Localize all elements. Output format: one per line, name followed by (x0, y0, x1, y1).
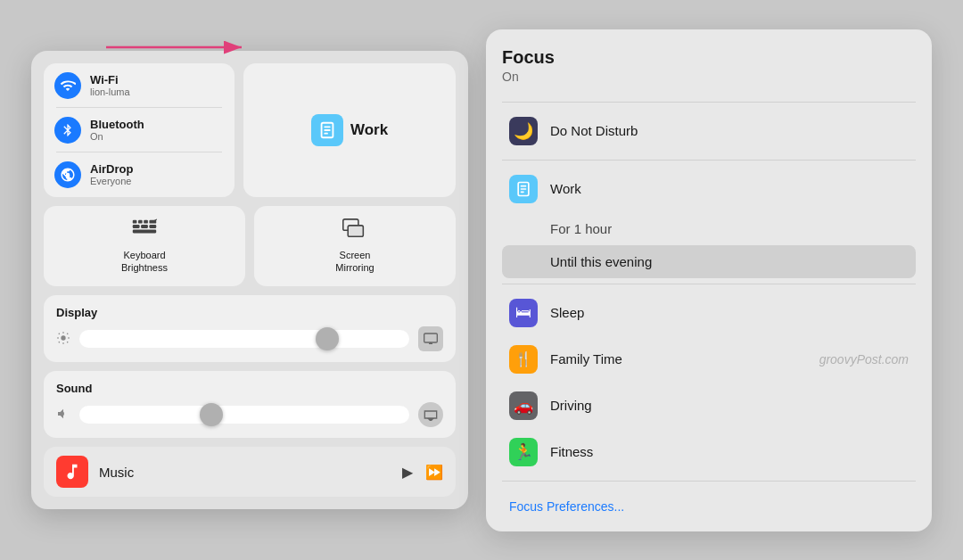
svg-rect-5 (324, 129, 330, 131)
driving-icon: 🚗 (509, 391, 538, 420)
focus-preferences-link[interactable]: Focus Preferences... (502, 492, 916, 514)
screen-mirroring-button[interactable]: Screen Mirroring (254, 206, 456, 287)
wifi-text: Wi-Fi lion-luma (90, 73, 130, 97)
sleep-item[interactable]: 🛏 Sleep (502, 290, 916, 336)
work-focus-label: Work (350, 121, 388, 139)
work-focus-icon (311, 114, 343, 146)
driving-item[interactable]: 🚗 Driving (502, 383, 916, 429)
focus-divider-4 (502, 481, 916, 482)
driving-name: Driving (550, 398, 909, 413)
keyboard-brightness-label: Keyboard Brightness (121, 249, 168, 275)
bluetooth-icon (54, 117, 81, 144)
airdrop-name: AirDrop (90, 162, 133, 176)
work-focus-button[interactable]: Work (243, 63, 456, 197)
focus-divider-1 (502, 102, 916, 103)
family-time-item[interactable]: 🍴 Family Time groovyPost.com (502, 336, 916, 383)
do-not-disturb-name: Do Not Disturb (550, 123, 909, 138)
wifi-icon (54, 72, 81, 99)
airdrop-text: AirDrop Everyone (90, 162, 133, 186)
svg-rect-6 (324, 132, 328, 134)
until-evening-item[interactable]: Until this evening (502, 245, 916, 278)
monitor-icon (418, 326, 443, 351)
fitness-item[interactable]: 🏃 Fitness (502, 429, 916, 475)
sound-section: Sound (44, 371, 456, 438)
annotation-arrow (97, 29, 258, 65)
play-button[interactable]: ▶ (402, 464, 413, 481)
airplay-icon[interactable] (418, 402, 443, 427)
music-app-icon (56, 456, 88, 488)
for-1-hour-item[interactable]: For 1 hour (502, 212, 916, 245)
fast-forward-button[interactable]: ⏩ (425, 464, 443, 481)
airdrop-item[interactable]: AirDrop Everyone (44, 152, 235, 197)
display-slider-row (56, 326, 443, 351)
keyboard-brightness-icon (132, 218, 157, 243)
svg-rect-20 (424, 334, 438, 342)
fitness-name: Fitness (550, 444, 909, 459)
work-focus-content: Work (550, 181, 909, 196)
sound-label: Sound (56, 382, 443, 395)
fitness-content: Fitness (550, 444, 909, 459)
screen-mirroring-icon (342, 218, 367, 243)
svg-rect-18 (348, 226, 363, 236)
groovy-watermark: groovyPost.com (819, 352, 909, 366)
music-controls: ▶ ⏩ (402, 464, 443, 481)
svg-point-19 (61, 335, 65, 340)
keyboard-brightness-button[interactable]: Keyboard Brightness (44, 206, 245, 287)
top-row: Wi-Fi lion-luma Bluetooth On (44, 63, 456, 197)
bluetooth-text: Bluetooth On (90, 118, 144, 142)
svg-rect-25 (521, 188, 527, 190)
airdrop-sub: Everyone (90, 176, 133, 186)
display-section: Display (44, 295, 456, 362)
svg-rect-14 (133, 229, 156, 233)
display-label: Display (56, 306, 443, 319)
airdrop-icon (54, 161, 81, 188)
sleep-name: Sleep (550, 305, 909, 320)
svg-rect-13 (149, 225, 156, 228)
volume-low-icon (56, 407, 70, 424)
bluetooth-name: Bluetooth (90, 118, 144, 131)
control-center-panel: Wi-Fi lion-luma Bluetooth On (31, 51, 468, 510)
focus-title: Focus (502, 47, 916, 68)
brightness-low-icon (56, 331, 70, 348)
svg-rect-7 (133, 219, 137, 223)
do-not-disturb-item[interactable]: 🌙 Do Not Disturb (502, 108, 916, 154)
sleep-icon: 🛏 (509, 299, 538, 327)
middle-row: Keyboard Brightness Screen Mirroring (44, 206, 456, 287)
driving-content: Driving (550, 398, 909, 413)
wifi-name: Wi-Fi (90, 73, 130, 86)
family-time-name: Family Time (550, 351, 807, 366)
svg-rect-9 (144, 219, 148, 223)
work-focus-item[interactable]: Work (502, 166, 916, 212)
for-1-hour-label: For 1 hour (550, 221, 612, 236)
sleep-content: Sleep (550, 305, 909, 320)
display-slider[interactable] (79, 327, 409, 350)
wifi-item[interactable]: Wi-Fi lion-luma (44, 63, 235, 108)
focus-divider-2 (502, 160, 916, 161)
do-not-disturb-icon: 🌙 (509, 117, 538, 145)
until-evening-label: Until this evening (550, 254, 652, 269)
music-label: Music (99, 465, 391, 480)
svg-rect-26 (521, 191, 524, 193)
fitness-icon: 🏃 (509, 438, 538, 466)
svg-rect-4 (324, 126, 330, 128)
focus-panel: Focus On 🌙 Do Not Disturb Work For 1 hou… (486, 29, 932, 531)
music-section: Music ▶ ⏩ (44, 447, 456, 497)
work-icon (509, 175, 538, 203)
sound-slider[interactable] (79, 403, 409, 426)
svg-rect-8 (138, 219, 143, 223)
wifi-sub: lion-luma (90, 86, 130, 97)
do-not-disturb-content: Do Not Disturb (550, 123, 909, 138)
bluetooth-item[interactable]: Bluetooth On (44, 108, 235, 152)
work-focus-name: Work (550, 181, 909, 196)
bluetooth-sub: On (90, 131, 144, 142)
screen-mirroring-label: Screen Mirroring (335, 249, 374, 275)
svg-rect-24 (521, 185, 527, 186)
family-time-icon: 🍴 (509, 345, 538, 374)
focus-status: On (502, 70, 916, 84)
focus-divider-3 (502, 284, 916, 284)
family-time-content: Family Time (550, 351, 807, 366)
sound-slider-row (56, 402, 443, 427)
svg-rect-12 (141, 225, 148, 228)
network-column: Wi-Fi lion-luma Bluetooth On (44, 63, 235, 197)
svg-rect-11 (133, 225, 140, 228)
